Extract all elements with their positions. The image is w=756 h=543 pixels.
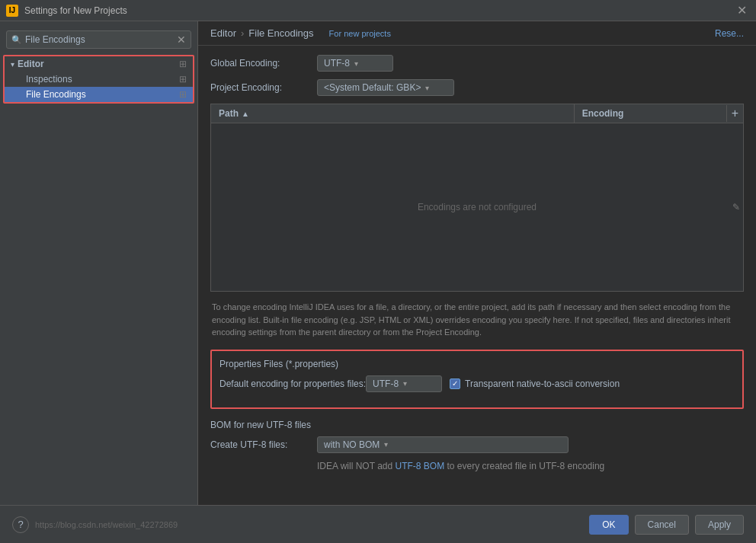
project-encoding-arrow: ▾	[425, 84, 429, 92]
table-edit-button[interactable]: ✎	[732, 202, 740, 212]
breadcrumb-parent: Editor	[210, 27, 236, 39]
close-button[interactable]: ✕	[734, 3, 750, 18]
main-container: 🔍 ✕ ▾ Editor ⊞ Inspections ⊞ File Encodi…	[0, 21, 756, 505]
apply-button[interactable]: Apply	[695, 515, 744, 535]
properties-encoding-label: Default encoding for properties files:	[219, 379, 366, 389]
bom-note-text: IDEA will NOT add	[317, 461, 395, 471]
checkbox-check-icon: ✓	[452, 379, 458, 388]
clear-search-button[interactable]: ✕	[177, 34, 186, 46]
title-bar: IJ Settings for New Projects ✕	[0, 0, 756, 21]
for-new-projects-note: For new projects	[329, 29, 391, 38]
add-encoding-button[interactable]: +	[726, 105, 743, 122]
bom-section: BOM for new UTF-8 files Create UTF-8 fil…	[210, 420, 744, 471]
sidebar: 🔍 ✕ ▾ Editor ⊞ Inspections ⊞ File Encodi…	[0, 21, 198, 505]
bom-section-title: BOM for new UTF-8 files	[210, 420, 744, 430]
global-encoding-dropdown[interactable]: UTF-8 ▾	[317, 55, 393, 72]
reset-link[interactable]: Rese...	[715, 28, 744, 39]
encodings-table: Path ▲ Encoding + Encodings are not conf…	[210, 104, 744, 292]
help-icon: ?	[18, 519, 23, 530]
sort-arrow-icon: ▲	[242, 110, 249, 118]
cancel-button[interactable]: Cancel	[635, 515, 689, 535]
breadcrumb: Editor › File Encodings	[210, 27, 314, 39]
inspections-copy-icon: ⊞	[179, 74, 187, 85]
properties-section-title: Properties Files (*.properties)	[219, 359, 735, 369]
file-encodings-copy-icon: ⊞	[179, 89, 187, 100]
ok-button[interactable]: OK	[589, 515, 628, 535]
bottom-bar: ? https://blog.csdn.net/weixin_42272869 …	[0, 505, 756, 543]
help-button[interactable]: ?	[12, 516, 29, 533]
editor-group-header[interactable]: ▾ Editor ⊞	[5, 56, 193, 72]
info-text: To change encoding IntelliJ IDEA uses fo…	[210, 301, 744, 339]
global-encoding-arrow: ▾	[354, 59, 358, 68]
properties-encoding-arrow: ▾	[403, 379, 407, 388]
window-title: Settings for New Projects	[24, 5, 127, 16]
url-display: https://blog.csdn.net/weixin_42272869	[35, 520, 178, 529]
sidebar-item-file-encodings[interactable]: File Encodings ⊞	[5, 87, 193, 102]
table-header: Path ▲ Encoding +	[211, 104, 743, 123]
inspections-label: Inspections	[26, 74, 72, 85]
properties-section: Properties Files (*.properties) Default …	[210, 350, 744, 409]
transparent-checkbox-row: ✓ Transparent native-to-ascii conversion	[450, 379, 620, 389]
app-icon: IJ	[6, 5, 18, 17]
settings-content: Global Encoding: UTF-8 ▾ Project Encodin…	[198, 46, 756, 505]
create-utf8-dropdown[interactable]: with NO BOM ▾	[317, 436, 569, 453]
content-area: Editor › File Encodings For new projects…	[198, 21, 756, 505]
content-header: Editor › File Encodings For new projects…	[198, 21, 756, 46]
project-encoding-value: <System Default: GBK>	[324, 82, 421, 93]
properties-encoding-value: UTF-8	[373, 379, 399, 389]
project-encoding-dropdown[interactable]: <System Default: GBK> ▾	[317, 79, 454, 96]
file-encodings-label: File Encodings	[26, 89, 86, 100]
properties-encoding-row: Default encoding for properties files: U…	[219, 375, 735, 392]
table-empty-message: Encodings are not configured	[418, 202, 537, 212]
global-encoding-value: UTF-8	[324, 58, 350, 69]
create-utf8-arrow: ▾	[384, 440, 388, 449]
transparent-checkbox[interactable]: ✓	[450, 379, 460, 389]
bottom-bar-left: ? https://blog.csdn.net/weixin_42272869	[12, 516, 178, 533]
search-input[interactable]	[25, 34, 177, 45]
bom-note-link[interactable]: UTF-8 BOM	[395, 461, 444, 471]
create-utf8-value: with NO BOM	[324, 439, 380, 450]
copy-icon: ⊞	[179, 59, 187, 69]
search-icon: 🔍	[11, 35, 22, 45]
properties-encoding-dropdown[interactable]: UTF-8 ▾	[366, 375, 442, 392]
project-encoding-row: Project Encoding: <System Default: GBK> …	[210, 79, 744, 96]
global-encoding-label: Global Encoding:	[210, 58, 317, 69]
table-body: Encodings are not configured ✎	[211, 123, 743, 291]
sidebar-item-inspections[interactable]: Inspections ⊞	[5, 72, 193, 87]
transparent-label: Transparent native-to-ascii conversion	[465, 379, 620, 389]
create-utf8-row: Create UTF-8 files: with NO BOM ▾	[210, 436, 744, 453]
global-encoding-row: Global Encoding: UTF-8 ▾	[210, 55, 744, 72]
bom-note-suffix: to every created file in UTF-8 encoding	[444, 461, 604, 471]
project-encoding-label: Project Encoding:	[210, 82, 317, 93]
search-box[interactable]: 🔍 ✕	[6, 30, 191, 49]
bom-note-row: IDEA will NOT add UTF-8 BOM to every cre…	[210, 461, 744, 471]
chevron-down-icon: ▾	[11, 60, 14, 69]
breadcrumb-separator: ›	[241, 27, 244, 39]
editor-group-label: Editor	[18, 59, 44, 69]
encoding-column-header[interactable]: Encoding	[574, 104, 726, 123]
editor-group-outline: ▾ Editor ⊞ Inspections ⊞ File Encodings …	[3, 55, 194, 104]
breadcrumb-current: File Encodings	[248, 27, 313, 39]
path-column-header[interactable]: Path ▲	[211, 104, 574, 123]
create-utf8-label: Create UTF-8 files:	[210, 439, 317, 450]
